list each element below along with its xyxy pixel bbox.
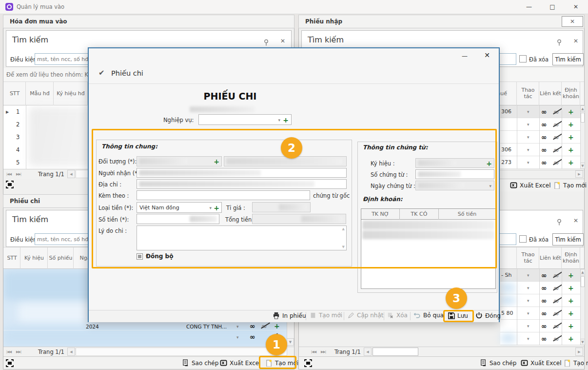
first-page-icon[interactable]: |◀◀ <box>311 350 316 354</box>
first-page-icon[interactable]: |◀◀ <box>6 172 11 176</box>
table-row[interactable]: 273 ▾ ∞ ∞ + <box>500 156 580 169</box>
link-icon[interactable]: ∞ <box>541 310 547 317</box>
export-excel-button[interactable]: Xuất Excel <box>220 359 261 367</box>
table-row[interactable]: ▾ ∞ ∞ + <box>500 320 580 332</box>
column-header-stt[interactable]: STT <box>4 247 20 269</box>
dialog-minimize-button[interactable]: — <box>458 52 471 61</box>
pin-icon[interactable] <box>264 39 269 46</box>
create-new-button[interactable]: Tạo mới <box>564 359 588 367</box>
scroll-down-icon[interactable]: ▼ <box>580 339 585 345</box>
row-actions-dropdown[interactable]: ▾ <box>527 148 529 152</box>
table-row[interactable]: - Sh ▾ ∞ ∞ + <box>500 269 580 282</box>
link-icon[interactable]: ∞ <box>541 335 547 342</box>
scroll-left-icon[interactable]: ◀ <box>67 348 75 356</box>
row-actions-dropdown[interactable]: ▾ <box>527 311 529 316</box>
unlink-icon[interactable]: ∞ <box>261 322 267 330</box>
unlink-icon[interactable]: ∞ <box>553 121 559 128</box>
skip-button[interactable]: Bỏ qua <box>413 312 444 319</box>
unlink-icon[interactable]: ∞ <box>553 108 559 116</box>
row-actions-dropdown[interactable]: ▾ <box>527 161 529 165</box>
last-page-icon[interactable]: ▶▶| <box>321 350 326 354</box>
table-row[interactable]: 306 ▾ ∞ ∞ + <box>500 144 580 156</box>
table-row[interactable]: 5 80 ▾ ∞ ∞ + <box>500 307 580 320</box>
table-row[interactable]: 306 ▾ ∞ ∞ + <box>500 105 580 118</box>
scroll-right-icon[interactable]: ▶ <box>575 348 583 356</box>
column-header-thao-tac[interactable]: Thao tác <box>517 82 539 105</box>
row-actions-dropdown[interactable]: ▾ <box>527 286 529 290</box>
link-icon[interactable]: ∞ <box>541 323 547 329</box>
link-icon[interactable]: ∞ <box>541 134 547 141</box>
expand-view-icon[interactable] <box>6 181 14 188</box>
table-row[interactable]: ▾ ∞ ∞ + <box>500 131 580 144</box>
row-number[interactable]: 4 <box>16 146 20 153</box>
print-button[interactable]: In phiếu <box>273 312 306 319</box>
scroll-left-icon[interactable]: ◀ <box>364 348 372 356</box>
row-number[interactable]: 2 <box>16 121 20 128</box>
column-header-so-phieu[interactable]: Số phiếu <box>48 247 74 269</box>
maximize-button[interactable]: □ <box>546 2 559 11</box>
dialog-close-action-button[interactable]: Đóng <box>475 312 501 319</box>
row-actions-dropdown[interactable]: ▾ <box>236 325 239 329</box>
scroll-up-icon[interactable]: ▲ <box>580 269 585 275</box>
add-entry-icon[interactable]: + <box>568 335 574 342</box>
unlink-icon[interactable]: ∞ <box>553 335 559 343</box>
copy-button[interactable]: Sao chép <box>182 359 218 367</box>
add-entry-icon[interactable]: + <box>568 285 574 291</box>
row-number[interactable]: 1 <box>16 108 20 115</box>
row-actions-dropdown[interactable]: ▾ <box>527 337 529 341</box>
unlink-icon[interactable]: ∞ <box>553 297 559 305</box>
unlink-icon[interactable]: ∞ <box>553 309 559 317</box>
scroll-up-icon[interactable]: ▲ <box>580 105 585 112</box>
row-actions-dropdown[interactable]: ▾ <box>527 299 529 303</box>
row-number[interactable]: 5 <box>16 159 20 166</box>
last-page-icon[interactable]: ▶▶| <box>16 350 21 354</box>
table-row[interactable]: ▾ ∞ ∞ + <box>500 282 580 294</box>
add-entry-icon[interactable]: + <box>568 272 574 279</box>
link-icon[interactable]: ∞ <box>541 285 547 291</box>
unlink-icon[interactable]: ∞ <box>553 159 559 166</box>
row-actions-dropdown[interactable]: ▾ <box>527 135 529 140</box>
add-entry-icon[interactable]: + <box>568 146 574 153</box>
add-entry-icon[interactable]: + <box>568 323 574 329</box>
scrollbar-thumb[interactable] <box>581 276 585 287</box>
link-icon[interactable]: ∞ <box>541 108 547 115</box>
link-icon[interactable]: ∞ <box>541 272 547 279</box>
column-header-ky-hieu-hd[interactable]: Ký hiệu hđ <box>54 82 88 105</box>
copy-button[interactable]: Sao chép <box>480 359 516 367</box>
scroll-left-icon[interactable]: ◀ <box>67 170 75 178</box>
minimize-button[interactable]: — <box>522 2 536 11</box>
scroll-down-icon[interactable]: ▼ <box>580 163 585 169</box>
add-entry-icon[interactable]: + <box>274 323 280 329</box>
export-excel-button[interactable]: Xuất Excel <box>510 182 551 189</box>
add-entry-icon[interactable]: + <box>568 159 574 166</box>
deleted-checkbox[interactable] <box>519 55 527 62</box>
panel-close-button[interactable]: ✕ <box>562 16 583 27</box>
row-actions-dropdown[interactable]: ▾ <box>236 335 239 340</box>
unlink-icon[interactable]: ∞ <box>553 271 559 279</box>
search-button[interactable]: Tìm kiếm <box>552 233 584 246</box>
close-button[interactable]: ✕ <box>569 2 583 11</box>
column-header-lien-ket[interactable]: Liên kết <box>540 82 562 105</box>
unlink-icon[interactable]: ∞ <box>553 284 559 292</box>
table-row[interactable]: ▾ ∞ ∞ + <box>500 332 580 345</box>
table-row[interactable]: ▾ ∞ ∞ + <box>500 118 580 131</box>
expand-view-icon[interactable] <box>6 359 14 367</box>
row-actions-dropdown[interactable]: ▾ <box>527 110 529 114</box>
column-header-ky-hieu[interactable]: Ký hiệu <box>21 247 48 269</box>
link-icon[interactable]: ∞ <box>541 297 547 304</box>
scroll-right-icon[interactable]: ▶ <box>575 170 583 178</box>
column-header-mau-hd[interactable]: Mẫu hđ <box>26 82 54 105</box>
scrollbar-thumb[interactable] <box>372 348 418 356</box>
link-icon[interactable]: ∞ <box>541 121 547 128</box>
unlink-icon[interactable]: ∞ <box>553 146 559 154</box>
add-new-icon[interactable]: + <box>283 117 289 123</box>
row-actions-dropdown[interactable]: ▾ <box>527 273 529 278</box>
business-operation-combobox[interactable]: ▾ + <box>198 114 292 125</box>
unlink-icon[interactable]: ∞ <box>553 133 559 141</box>
first-page-icon[interactable]: |◀◀ <box>6 350 11 354</box>
column-header-thao-tac[interactable]: Thao tác <box>517 247 539 269</box>
row-number[interactable]: 3 <box>16 134 20 141</box>
link-icon[interactable]: ∞ <box>250 333 255 340</box>
table-row[interactable]: ▾ ∞ ∞ + <box>500 294 580 307</box>
column-header-dinh-khoan[interactable]: Định khoản <box>562 82 580 105</box>
